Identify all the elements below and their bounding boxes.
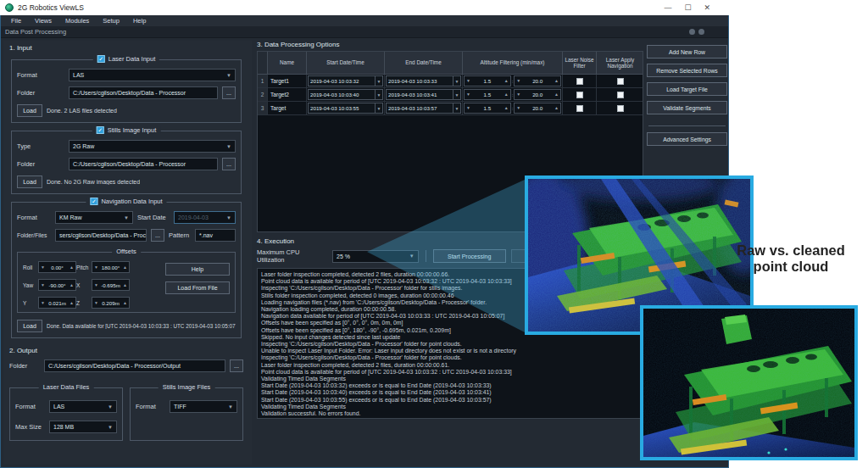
- spin-up-icon[interactable]: ▲: [504, 79, 509, 83]
- advanced-settings-button[interactable]: Advanced Settings: [647, 132, 727, 146]
- start-processing-button[interactable]: Start Processing: [433, 249, 506, 263]
- offset-spinner[interactable]: ▼ 0.209m ▲: [92, 297, 130, 309]
- laser-folder-input[interactable]: C:/Users/cgilson/Desktop/Data - Processo…: [69, 86, 218, 99]
- load-from-file-button[interactable]: Load From File: [165, 281, 230, 294]
- table-row[interactable]: 2 Target2 2019-04-03 10:03:40 ▼: [258, 88, 643, 102]
- nav-format-select[interactable]: KM Raw▼: [55, 211, 133, 224]
- table-action-button[interactable]: Load Target File: [647, 82, 727, 96]
- folder-files-label: Folder/Files: [17, 232, 51, 238]
- spin-down-icon[interactable]: ▼: [516, 92, 520, 97]
- nav-pattern-input[interactable]: *.nav: [195, 229, 236, 242]
- table-action-button[interactable]: Validate Segments: [647, 101, 727, 114]
- table-row[interactable]: 3 Target 2019-04-03 10:03:55 ▼: [258, 102, 643, 115]
- spin-up-icon[interactable]: ▲: [70, 283, 74, 287]
- spin-up-icon[interactable]: ▲: [70, 265, 74, 270]
- nav-start-date-select[interactable]: 2019-04-03▼: [174, 211, 236, 224]
- window-control-icon[interactable]: ✕: [704, 4, 710, 12]
- altitude-max-spinner[interactable]: ▼ 20.0 ▲: [514, 75, 561, 86]
- spin-down-icon[interactable]: ▼: [41, 265, 45, 270]
- spin-up-icon[interactable]: ▲: [554, 92, 559, 97]
- tab-bar: Data Post Processing: [1, 26, 728, 38]
- output-max-size-select[interactable]: 128 MB▼: [49, 421, 117, 433]
- spin-up-icon[interactable]: ▲: [123, 283, 127, 287]
- end-datetime-select[interactable]: 2019-04-03 10:03:57 ▼: [386, 103, 461, 114]
- spin-down-icon[interactable]: ▼: [466, 79, 470, 83]
- chevron-down-icon: ▼: [224, 215, 231, 220]
- altitude-min-spinner[interactable]: ▼ 1.5 ▲: [464, 89, 511, 100]
- spin-down-icon[interactable]: ▼: [94, 301, 98, 305]
- navigation-data-input-checkbox[interactable]: ✓: [90, 198, 97, 205]
- offset-spinner[interactable]: ▼ -90.00° ▲: [38, 279, 76, 291]
- laser-browse-button[interactable]: ...: [222, 86, 236, 99]
- offset-spinner[interactable]: ▼ -0.695m ▲: [92, 279, 130, 291]
- laser-data-input-checkbox[interactable]: ✓: [97, 55, 105, 63]
- start-datetime-select[interactable]: 2019-04-03 10:03:32 ▼: [308, 75, 383, 86]
- apply-navigation-checkbox[interactable]: [617, 105, 624, 112]
- window-control-icon[interactable]: ☐: [684, 4, 691, 12]
- spin-down-icon[interactable]: ▼: [466, 106, 470, 110]
- offset-spinner[interactable]: ▼ 180.00° ▲: [92, 261, 130, 273]
- output-browse-button[interactable]: ...: [230, 359, 243, 372]
- nav-browse-button[interactable]: ...: [151, 229, 164, 242]
- altitude-min-spinner[interactable]: ▼ 1.5 ▲: [464, 75, 511, 86]
- altitude-max-spinner[interactable]: ▼ 20.0 ▲: [514, 103, 561, 114]
- stills-load-button[interactable]: Load: [17, 176, 42, 188]
- spin-down-icon[interactable]: ▼: [466, 92, 470, 97]
- apply-navigation-checkbox[interactable]: [617, 92, 624, 98]
- table-action-button[interactable]: Remove Selected Rows: [647, 64, 727, 77]
- menu-item[interactable]: Views: [28, 17, 58, 25]
- noise-filter-checkbox[interactable]: [576, 78, 583, 85]
- spin-down-icon[interactable]: ▼: [516, 106, 520, 110]
- output-folder-input[interactable]: C:/Users/cgilson/Desktop/Data - Processo…: [44, 359, 225, 372]
- spin-up-icon[interactable]: ▲: [123, 301, 127, 305]
- laser-format-select[interactable]: LAS▼: [69, 69, 236, 81]
- stills-browse-button[interactable]: ...: [222, 158, 236, 170]
- panel-undock-icon[interactable]: [689, 29, 695, 35]
- spin-down-icon[interactable]: ▼: [41, 301, 45, 305]
- offsets-label: Offsets: [116, 248, 136, 255]
- start-datetime-select[interactable]: 2019-04-03 10:03:40 ▼: [308, 89, 383, 100]
- menu-item[interactable]: Modules: [58, 17, 96, 25]
- window-control-icon[interactable]: —: [664, 4, 671, 12]
- help-button[interactable]: Help: [165, 263, 230, 276]
- spin-up-icon[interactable]: ▲: [70, 301, 74, 305]
- stills-type-select[interactable]: 2G Raw▼: [69, 140, 236, 153]
- spin-up-icon[interactable]: ▲: [554, 106, 559, 110]
- laser-data-files-group: Laser Data Files Format LAS▼ Max Size: [9, 387, 123, 441]
- table-action-button[interactable]: Add New Row: [647, 45, 727, 58]
- spin-down-icon[interactable]: ▼: [41, 283, 45, 287]
- laser-load-button[interactable]: Load: [17, 104, 42, 117]
- nav-load-button[interactable]: Load: [17, 320, 42, 332]
- spin-down-icon[interactable]: ▼: [94, 265, 98, 270]
- stills-folder-input[interactable]: C:/Users/cgilson/Desktop/Data - Processo…: [69, 158, 218, 170]
- nav-folder-input[interactable]: sers/cgilson/Desktop/Data - Processor: [55, 229, 147, 242]
- spin-down-icon[interactable]: ▼: [516, 79, 520, 83]
- noise-filter-checkbox[interactable]: [576, 105, 583, 112]
- output-laser-format-select[interactable]: LAS▼: [49, 400, 117, 413]
- spin-down-icon[interactable]: ▼: [94, 283, 98, 287]
- menu-item[interactable]: File: [4, 17, 28, 25]
- offset-field: Yaw ▼ -90.00° ▲: [23, 279, 76, 291]
- end-datetime-select[interactable]: 2019-04-03 10:03:33 ▼: [386, 75, 461, 86]
- cpu-utilization-select[interactable]: 25 %▼: [332, 250, 419, 263]
- apply-navigation-checkbox[interactable]: [617, 78, 624, 85]
- offset-spinner[interactable]: ▼ 0.021m ▲: [38, 297, 76, 309]
- menu-item[interactable]: Setup: [96, 17, 126, 25]
- spin-up-icon[interactable]: ▲: [504, 92, 509, 97]
- offset-spinner[interactable]: ▼ 0.00° ▲: [38, 261, 76, 273]
- col-noise-filter: Laser Noise Filter: [563, 52, 597, 74]
- output-stills-format-select[interactable]: TIFF▼: [170, 400, 237, 413]
- end-datetime-select[interactable]: 2019-04-03 10:03:41 ▼: [386, 89, 461, 100]
- spin-up-icon[interactable]: ▲: [554, 79, 559, 83]
- panel-close-icon[interactable]: [698, 29, 704, 35]
- tab-data-post-processing[interactable]: Data Post Processing: [5, 28, 66, 36]
- spin-up-icon[interactable]: ▲: [504, 106, 509, 110]
- start-datetime-select[interactable]: 2019-04-03 10:03:55 ▼: [308, 103, 383, 114]
- altitude-min-spinner[interactable]: ▼ 1.5 ▲: [464, 103, 511, 114]
- menu-item[interactable]: Help: [126, 17, 153, 25]
- altitude-max-spinner[interactable]: ▼ 20.0 ▲: [514, 89, 561, 100]
- table-row[interactable]: 1 Target1 2019-04-03 10:03:32 ▼: [258, 75, 643, 88]
- noise-filter-checkbox[interactable]: [576, 92, 583, 98]
- stills-image-input-checkbox[interactable]: ✓: [97, 126, 104, 134]
- spin-up-icon[interactable]: ▲: [123, 265, 127, 270]
